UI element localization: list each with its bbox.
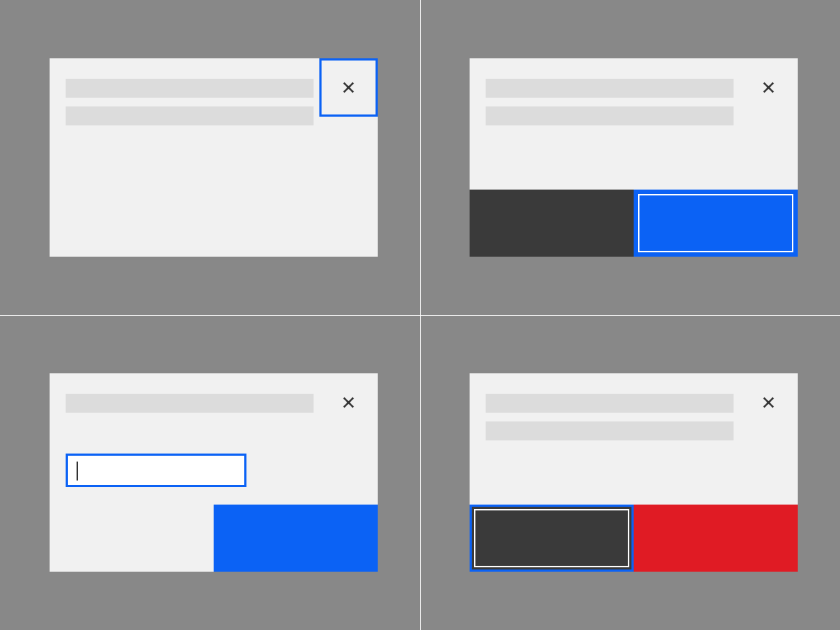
dialog-card	[50, 58, 378, 257]
close-icon	[761, 394, 777, 411]
focus-outline	[634, 190, 798, 257]
input-caret	[77, 462, 78, 481]
panel-input-focus	[0, 315, 420, 630]
text-input[interactable]	[66, 454, 246, 487]
dialog-card	[470, 373, 798, 572]
close-icon	[341, 394, 357, 411]
close-button[interactable]	[319, 58, 378, 117]
primary-button[interactable]	[634, 190, 798, 257]
close-button[interactable]	[739, 58, 798, 117]
panel-primary-focus	[420, 0, 840, 315]
close-button[interactable]	[739, 373, 798, 432]
action-row	[470, 505, 798, 572]
panel-danger-focus	[420, 315, 840, 630]
close-icon	[761, 79, 777, 96]
placeholder-line	[486, 106, 734, 125]
panel-close-focus	[0, 0, 420, 315]
placeholder-line	[66, 106, 314, 125]
focus-inner-ring	[474, 509, 629, 567]
secondary-button[interactable]	[470, 190, 634, 257]
dialog-card	[50, 373, 378, 572]
danger-button[interactable]	[634, 505, 798, 572]
placeholder-line	[486, 421, 734, 440]
placeholder-line	[66, 394, 314, 413]
placeholder-line	[486, 394, 734, 413]
primary-button[interactable]	[214, 505, 378, 572]
four-panel-grid	[0, 0, 840, 630]
dialog-card	[470, 58, 798, 257]
placeholder-line	[486, 79, 734, 98]
placeholder-line	[66, 79, 314, 98]
focus-outline	[470, 505, 634, 572]
secondary-button[interactable]	[470, 505, 634, 572]
action-row	[470, 190, 798, 257]
close-button[interactable]	[319, 373, 378, 432]
focus-inner-ring	[638, 194, 793, 252]
close-icon	[341, 79, 357, 96]
